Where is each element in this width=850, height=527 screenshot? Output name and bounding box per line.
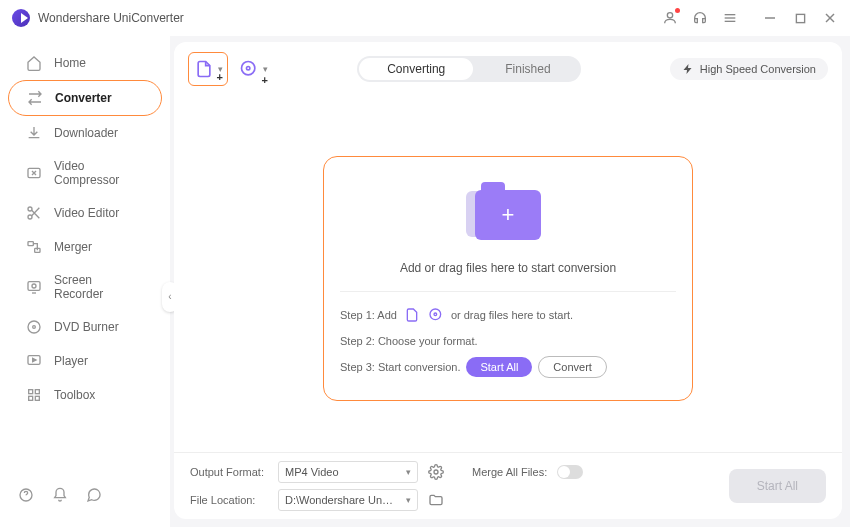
svg-point-14 bbox=[32, 284, 36, 288]
drop-main-text: Add or drag files here to start conversi… bbox=[400, 261, 616, 275]
start-all-mini-button[interactable]: Start All bbox=[466, 357, 532, 377]
add-file-mini-icon[interactable] bbox=[403, 306, 421, 324]
sidebar-item-label: Video Compressor bbox=[54, 159, 144, 187]
menu-icon[interactable] bbox=[722, 10, 738, 26]
compressor-icon bbox=[26, 165, 42, 181]
download-icon bbox=[26, 125, 42, 141]
step-3-row: Step 3: Start conversion. Start All Conv… bbox=[340, 356, 676, 378]
svg-point-16 bbox=[33, 326, 36, 329]
close-icon[interactable] bbox=[822, 10, 838, 26]
scissors-icon bbox=[26, 205, 42, 221]
svg-rect-19 bbox=[35, 390, 39, 394]
folder-illustration-icon: + bbox=[458, 185, 558, 245]
svg-point-25 bbox=[430, 309, 441, 320]
svg-point-24 bbox=[246, 67, 249, 70]
sidebar-item-label: Home bbox=[54, 56, 86, 70]
svg-rect-20 bbox=[29, 396, 33, 400]
svg-rect-11 bbox=[28, 242, 33, 246]
app-title: Wondershare UniConverter bbox=[38, 11, 662, 25]
headset-icon[interactable] bbox=[692, 10, 708, 26]
sidebar-bottom bbox=[0, 473, 170, 517]
step1-suffix: or drag files here to start. bbox=[451, 309, 573, 321]
convert-mini-button[interactable]: Convert bbox=[538, 356, 607, 378]
output-format-select[interactable]: MP4 Video bbox=[278, 461, 418, 483]
start-all-button[interactable]: Start All bbox=[729, 469, 826, 503]
sidebar-item-label: Converter bbox=[55, 91, 112, 105]
sidebar-item-label: Screen Recorder bbox=[54, 273, 144, 301]
main-area: Home Converter Downloader Video Compress… bbox=[0, 36, 850, 527]
sidebar-item-label: Downloader bbox=[54, 126, 118, 140]
disc-icon bbox=[26, 319, 42, 335]
account-icon[interactable] bbox=[662, 10, 678, 26]
sidebar-item-label: Player bbox=[54, 354, 88, 368]
bottom-bar: Output Format: MP4 Video Merge All Files… bbox=[174, 452, 842, 519]
svg-point-10 bbox=[28, 215, 32, 219]
step3-text: Step 3: Start conversion. bbox=[340, 361, 460, 373]
divider bbox=[340, 291, 676, 292]
drop-area[interactable]: + Add or drag files here to start conver… bbox=[323, 156, 693, 401]
bell-icon[interactable] bbox=[52, 487, 68, 503]
merger-icon bbox=[26, 239, 42, 255]
titlebar-actions bbox=[662, 10, 838, 26]
svg-point-26 bbox=[434, 313, 437, 316]
svg-rect-18 bbox=[29, 390, 33, 394]
toolbar: + ▾ + ▾ Converting Finished High Speed C… bbox=[174, 42, 842, 96]
svg-point-23 bbox=[241, 62, 254, 75]
sidebar-item-toolbox[interactable]: Toolbox bbox=[8, 378, 162, 412]
app-logo-icon bbox=[12, 9, 30, 27]
svg-point-15 bbox=[28, 321, 40, 333]
minimize-icon[interactable] bbox=[762, 10, 778, 26]
sidebar-item-merger[interactable]: Merger bbox=[8, 230, 162, 264]
merge-toggle[interactable] bbox=[557, 465, 583, 479]
svg-rect-13 bbox=[28, 282, 40, 291]
chevron-down-icon: ▾ bbox=[263, 64, 268, 74]
add-disc-button[interactable]: + ▾ bbox=[238, 52, 268, 86]
step1-prefix: Step 1: Add bbox=[340, 309, 397, 321]
merge-label: Merge All Files: bbox=[472, 466, 547, 478]
sidebar-item-converter[interactable]: Converter bbox=[8, 80, 162, 116]
sidebar-item-player[interactable]: Player bbox=[8, 344, 162, 378]
svg-point-0 bbox=[667, 13, 672, 18]
add-file-button[interactable]: + ▾ bbox=[188, 52, 228, 86]
converter-icon bbox=[27, 90, 43, 106]
high-speed-conversion-button[interactable]: High Speed Conversion bbox=[670, 58, 828, 80]
file-location-select[interactable]: D:\Wondershare UniConverter bbox=[278, 489, 418, 511]
add-disc-mini-icon[interactable] bbox=[427, 306, 445, 324]
tab-converting[interactable]: Converting bbox=[359, 58, 473, 80]
tab-group: Converting Finished bbox=[357, 56, 580, 82]
workspace: + ▾ + ▾ Converting Finished High Speed C… bbox=[174, 42, 842, 519]
sidebar-item-video-editor[interactable]: Video Editor bbox=[8, 196, 162, 230]
player-icon bbox=[26, 353, 42, 369]
spacer bbox=[174, 421, 842, 452]
sidebar-item-label: Merger bbox=[54, 240, 92, 254]
tab-finished[interactable]: Finished bbox=[475, 56, 580, 82]
bottom-left: Output Format: MP4 Video Merge All Files… bbox=[190, 461, 583, 511]
open-folder-icon[interactable] bbox=[428, 492, 444, 508]
sidebar: Home Converter Downloader Video Compress… bbox=[0, 36, 170, 527]
toolbox-icon bbox=[26, 387, 42, 403]
sidebar-item-screen-recorder[interactable]: Screen Recorder bbox=[8, 264, 162, 310]
high-speed-label: High Speed Conversion bbox=[700, 63, 816, 75]
sidebar-item-home[interactable]: Home bbox=[8, 46, 162, 80]
help-icon[interactable] bbox=[18, 487, 34, 503]
maximize-icon[interactable] bbox=[792, 10, 808, 26]
svg-point-9 bbox=[28, 207, 32, 211]
sidebar-item-label: Video Editor bbox=[54, 206, 119, 220]
sidebar-item-downloader[interactable]: Downloader bbox=[8, 116, 162, 150]
window-controls bbox=[762, 10, 838, 26]
settings-gear-icon[interactable] bbox=[428, 464, 444, 480]
screen-recorder-icon bbox=[26, 279, 42, 295]
sidebar-item-label: Toolbox bbox=[54, 388, 95, 402]
feedback-icon[interactable] bbox=[86, 487, 102, 503]
svg-rect-21 bbox=[35, 396, 39, 400]
titlebar: Wondershare UniConverter bbox=[0, 0, 850, 36]
sidebar-item-compressor[interactable]: Video Compressor bbox=[8, 150, 162, 196]
lightning-icon bbox=[682, 63, 694, 75]
sidebar-item-label: DVD Burner bbox=[54, 320, 119, 334]
sidebar-item-dvd-burner[interactable]: DVD Burner bbox=[8, 310, 162, 344]
step-1-row: Step 1: Add or drag files here to start. bbox=[340, 304, 676, 326]
output-format-label: Output Format: bbox=[190, 466, 268, 478]
file-location-label: File Location: bbox=[190, 494, 268, 506]
svg-rect-5 bbox=[796, 14, 804, 22]
svg-point-27 bbox=[434, 470, 438, 474]
